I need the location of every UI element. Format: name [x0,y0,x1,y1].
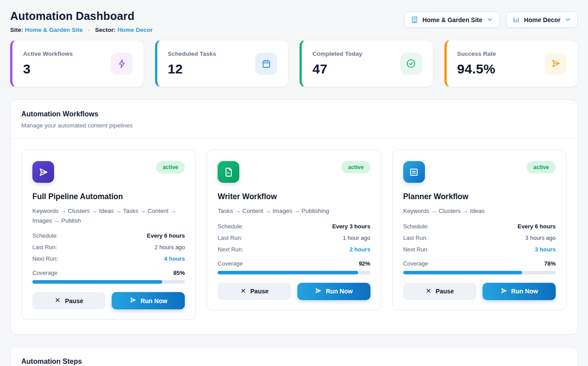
sector-selector-label: Home Decor [524,16,561,23]
sector-value: Home Decor [117,27,153,33]
stat-card-completed-today: Completed Today 47 [300,40,433,87]
next-run-value: 2 hours [350,246,370,253]
coverage-progress-fill [403,271,522,274]
chevron-down-icon [565,16,571,23]
stat-value: 3 [23,62,73,77]
check-circle-icon [400,53,422,75]
workflow-card-full-pipeline: active Full Pipeline Automation Keywords… [21,150,196,320]
workflow-card-planner: active Planner Workflow Keywords → Clust… [392,150,567,310]
send-icon [315,287,322,296]
site-selector-label: Home & Garden Site [422,16,482,23]
next-run-row: Next Run: 2 hours [218,246,370,253]
list-icon [403,161,425,183]
site-label: Site: [10,27,23,33]
schedule-row: Schedule: Every 6 hours [32,232,185,239]
file-text-icon [218,161,239,183]
stat-value: 12 [168,62,216,77]
stat-label: Completed Today [312,50,362,57]
header-actions: Home & Garden Site Home Decor [404,12,578,28]
run-now-button[interactable]: Run Now [297,283,370,300]
workflow-pipeline: Tasks → Content → Images → Publishing [218,206,370,216]
pause-button[interactable]: Pause [32,292,105,309]
status-badge: active [527,161,556,173]
section-header: Automation Workflows Manage your automat… [11,100,577,139]
building-icon [411,16,418,23]
last-run-row: Last Run: 3 hours ago [403,235,556,241]
stat-label: Active Workflows [23,50,73,57]
calendar-icon [255,53,277,75]
page-title: Automation Dashboard [10,10,152,23]
schedule-row: Schedule: Every 6 hours [403,223,556,230]
stats-row: Active Workflows 3 Scheduled Tasks 12 Co… [10,40,578,87]
section-title: Automation Workflows [21,110,567,118]
last-run-row: Last Run: 2 hours ago [32,244,185,250]
send-icon [500,287,507,296]
coverage-row: Coverage 78% [403,260,556,267]
section-header: Automation Steps Configure which steps a… [11,347,577,366]
bar-chart-icon [513,16,520,23]
stat-value: 47 [312,62,362,77]
last-run-row: Last Run: 1 hour ago [218,235,370,241]
chevron-down-icon [487,16,493,23]
last-run-value: 1 hour ago [343,235,370,241]
coverage-value: 92% [359,260,370,267]
workflow-pipeline: Keywords → Clusters → Ideas [403,206,556,216]
coverage-row: Coverage 85% [32,270,185,276]
coverage-value: 85% [173,270,185,276]
last-run-value: 2 hours ago [155,244,185,250]
stat-label: Success Rate [457,50,496,57]
close-icon [240,288,246,295]
next-run-value: 3 hours [535,246,556,253]
zap-icon [111,53,133,75]
separator-dot: · [88,27,90,33]
workflow-grid: active Full Pipeline Automation Keywords… [21,150,567,320]
next-run-value: 4 hours [164,255,185,262]
next-run-row: Next Run: 3 hours [403,246,556,253]
send-icon [32,161,54,183]
coverage-progressbar [32,280,185,284]
schedule-value: Every 3 hours [332,223,370,230]
sector-selector-dropdown[interactable]: Home Decor [506,12,578,28]
send-icon [129,297,136,305]
coverage-progressbar [403,271,556,274]
breadcrumb: Site: Home & Garden Site · Sector: Home … [10,27,152,33]
sector-label: Sector: [95,27,116,33]
section-title: Automation Steps [21,358,567,366]
run-now-button[interactable]: Run Now [483,283,556,300]
coverage-value: 78% [544,260,556,267]
workflow-pipeline: Keywords → Clusters → Ideas → Tasks → Co… [32,206,185,225]
close-icon [425,288,432,295]
status-badge: active [156,161,185,173]
schedule-value: Every 6 hours [147,232,185,239]
status-badge: active [341,161,370,173]
schedule-row: Schedule: Every 3 hours [218,223,370,230]
last-run-value: 3 hours ago [525,235,556,241]
close-icon [55,297,61,304]
stat-label: Scheduled Tasks [168,50,216,57]
next-run-row: Next Run: 4 hours [32,255,185,262]
workflow-title: Writer Workflow [218,192,370,201]
coverage-progress-fill [218,271,358,274]
workflow-title: Planner Workflow [403,192,556,201]
page-header: Automation Dashboard Site: Home & Garden… [10,10,578,33]
stat-card-scheduled-tasks: Scheduled Tasks 12 [155,40,289,87]
site-selector-dropdown[interactable]: Home & Garden Site [404,12,499,28]
automation-steps-section: Automation Steps Configure which steps a… [10,347,578,366]
site-value: Home & Garden Site [25,27,83,33]
run-now-button[interactable]: Run Now [112,292,185,309]
stat-value: 94.5% [457,62,496,77]
workflow-title: Full Pipeline Automation [32,192,185,201]
coverage-row: Coverage 92% [218,260,370,267]
page-header-text: Automation Dashboard Site: Home & Garden… [10,10,152,33]
coverage-progressbar [218,271,370,274]
automation-workflows-section: Automation Workflows Manage your automat… [10,100,578,335]
coverage-progress-fill [32,280,162,284]
pause-button[interactable]: Pause [403,283,476,300]
send-icon [545,53,567,75]
stat-card-success-rate: Success Rate 94.5% [444,40,578,87]
schedule-value: Every 6 hours [518,223,556,230]
workflow-card-writer: active Writer Workflow Tasks → Content →… [206,150,381,310]
section-subtitle: Manage your automated content pipelines [21,122,567,129]
pause-button[interactable]: Pause [218,283,291,300]
stat-card-active-workflows: Active Workflows 3 [10,40,144,87]
